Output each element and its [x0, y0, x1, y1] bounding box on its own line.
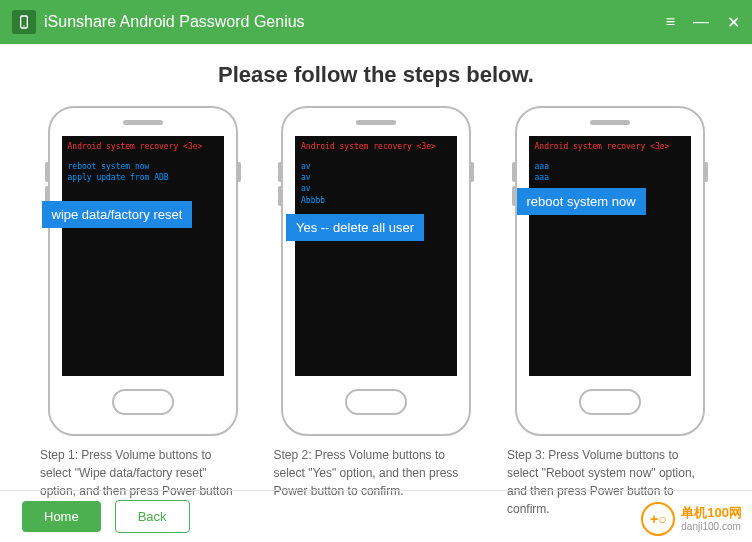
phone-home-button	[112, 389, 174, 415]
recovery-option: av	[301, 172, 451, 183]
phone-screen-2: Android system recovery <3e> av av av Ab…	[295, 136, 457, 376]
page-title: Please follow the steps below.	[40, 62, 712, 88]
watermark-name: 单机100网	[681, 506, 742, 520]
footer: Home Back	[0, 490, 752, 542]
recovery-header: Android system recovery <3e>	[301, 142, 451, 151]
phone-mockup-3: Android system recovery <3e> aaa aaa reb…	[515, 106, 705, 436]
phone-screen-3: Android system recovery <3e> aaa aaa	[529, 136, 691, 376]
close-icon[interactable]: ✕	[727, 13, 740, 32]
recovery-header: Android system recovery <3e>	[68, 142, 218, 151]
phone-speaker	[356, 120, 396, 125]
titlebar: iSunshare Android Password Genius ≡ — ✕	[0, 0, 752, 44]
phone-home-button	[579, 389, 641, 415]
home-button[interactable]: Home	[22, 501, 101, 532]
callout-label-2: Yes -- delete all user	[286, 214, 424, 241]
power-button	[705, 162, 708, 182]
recovery-option: Abbbb	[301, 195, 451, 206]
app-icon	[12, 10, 36, 34]
menu-icon[interactable]: ≡	[666, 13, 675, 32]
main-content: Please follow the steps below. Android s…	[0, 44, 752, 518]
app-title: iSunshare Android Password Genius	[44, 13, 666, 31]
recovery-header: Android system recovery <3e>	[535, 142, 685, 151]
watermark-icon: +○	[641, 502, 675, 536]
phone-home-button	[345, 389, 407, 415]
recovery-option: av	[301, 183, 451, 194]
phone-mockup-2: Android system recovery <3e> av av av Ab…	[281, 106, 471, 436]
minimize-icon[interactable]: —	[693, 13, 709, 32]
step-3: Android system recovery <3e> aaa aaa reb…	[507, 106, 712, 518]
step-2: Android system recovery <3e> av av av Ab…	[274, 106, 479, 518]
phone-screen-1: Android system recovery <3e> reboot syst…	[62, 136, 224, 376]
recovery-option: apply update from ADB	[68, 172, 218, 183]
phone-speaker	[590, 120, 630, 125]
step-1: Android system recovery <3e> reboot syst…	[40, 106, 245, 518]
watermark-url: danji100.com	[681, 521, 742, 532]
recovery-option: av	[301, 161, 451, 172]
back-button[interactable]: Back	[115, 500, 190, 533]
recovery-option: aaa	[535, 161, 685, 172]
power-button	[238, 162, 241, 182]
svg-point-1	[23, 25, 24, 26]
recovery-option: reboot system now	[68, 161, 218, 172]
phone-speaker	[123, 120, 163, 125]
watermark: +○ 单机100网 danji100.com	[641, 502, 742, 536]
callout-label-3: reboot system now	[517, 188, 646, 215]
steps-container: Android system recovery <3e> reboot syst…	[40, 106, 712, 518]
window-controls: ≡ — ✕	[666, 13, 740, 32]
power-button	[471, 162, 474, 182]
callout-label-1: wipe data/factory reset	[42, 201, 193, 228]
phone-mockup-1: Android system recovery <3e> reboot syst…	[48, 106, 238, 436]
recovery-option: aaa	[535, 172, 685, 183]
